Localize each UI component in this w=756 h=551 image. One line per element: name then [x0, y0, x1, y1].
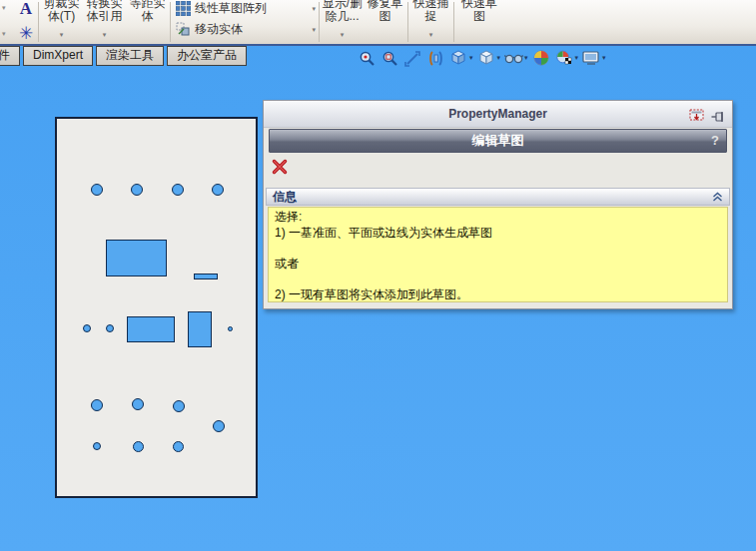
sketch-circle[interactable]: [93, 442, 101, 450]
toolbar-button-trim-entities[interactable]: 剪裁实 体(T) ▾: [40, 0, 83, 44]
sketch-circle[interactable]: [106, 324, 114, 332]
sketch-circle[interactable]: [133, 441, 144, 452]
toolbar-button-rapid-sketch[interactable]: 快速草 图: [455, 0, 503, 44]
dropdown-arrow-icon[interactable]: ▾: [2, 4, 15, 12]
collapse-chevron-icon[interactable]: [712, 191, 723, 207]
flyout-arrow-column: ▾ ▾: [0, 0, 15, 44]
hide-show-items-icon[interactable]: [503, 48, 523, 68]
cancel-button[interactable]: [272, 159, 288, 175]
dropdown-arrow-icon[interactable]: ▾: [469, 54, 473, 62]
dropdown-arrow-icon[interactable]: ▾: [524, 54, 528, 62]
sketch-rect[interactable]: [106, 240, 167, 276]
dropdown-arrow-icon[interactable]: ▾: [312, 5, 318, 13]
sketch-circle[interactable]: [91, 399, 103, 411]
sketch-circle[interactable]: [91, 184, 103, 196]
pane-title: 编辑草图: [472, 133, 524, 148]
message-line: 或者: [275, 257, 721, 273]
move-entities-icon: [175, 22, 191, 38]
toolbar-button-display-delete-relations[interactable]: 显示/删 除几... ▾: [321, 0, 364, 44]
sketch-rect[interactable]: [127, 316, 175, 342]
button-label: 图: [455, 10, 503, 23]
dropdown-arrow-icon[interactable]: ▾: [497, 54, 501, 62]
tab-dimxpert[interactable]: DimXpert: [23, 46, 93, 66]
message-box: 选择:1) 一基准面、平面或边线为实体生成草图 或者 2) 一现有草图将实体添加…: [268, 207, 728, 302]
message-line: 1) 一基准面、平面或边线为实体生成草图: [275, 226, 721, 242]
dropdown-arrow-icon[interactable]: ▾: [341, 28, 345, 41]
dropdown-arrow-icon[interactable]: ▾: [60, 28, 64, 41]
dropdown-arrow-icon[interactable]: ▾: [602, 54, 606, 62]
section-view-icon[interactable]: [425, 48, 445, 68]
zoom-to-fit-icon[interactable]: [357, 48, 377, 68]
button-label: 体: [126, 10, 169, 23]
linear-pattern-icon: [175, 1, 191, 17]
dropdown-arrow-icon[interactable]: ▾: [2, 30, 15, 38]
dropdown-arrow-icon[interactable]: ▾: [429, 28, 433, 41]
toolbar-button-offset-entities[interactable]: 等距实 体: [126, 0, 169, 44]
toolbar-separator: [407, 2, 408, 42]
sketch-circle[interactable]: [173, 400, 185, 412]
apply-scene-icon[interactable]: [531, 48, 551, 68]
pane-title-bar: 编辑草图 ?: [269, 129, 727, 153]
dropdown-arrow-icon[interactable]: ▾: [575, 54, 579, 62]
toolbar-button-repair-sketch[interactable]: 修复草 图: [364, 0, 406, 44]
sketch-circle[interactable]: [172, 184, 184, 196]
message-line: [275, 272, 721, 287]
view-orientation-icon[interactable]: [448, 48, 468, 68]
help-button[interactable]: ?: [711, 130, 719, 151]
property-manager-title: PropertyManager: [448, 107, 547, 121]
message-line: [275, 241, 721, 257]
sketch-circle[interactable]: [212, 184, 224, 196]
sketch-rect[interactable]: [188, 311, 212, 347]
tab-office-products[interactable]: 办公室产品: [167, 46, 247, 66]
button-label: 体(T): [40, 10, 83, 23]
dropdown-arrow-icon[interactable]: ▾: [312, 26, 318, 34]
display-style-icon[interactable]: [476, 48, 496, 68]
sketch-circle[interactable]: [173, 441, 184, 452]
sketch-circle[interactable]: [132, 398, 144, 410]
zoom-in-out-icon[interactable]: [402, 48, 422, 68]
property-manager-header: PropertyManager: [264, 101, 732, 128]
command-manager-toolbar: ▾ ▾ A ✳ 剪裁实 体(T) ▾ 转换实 体引用 ▾ 等距实 体: [0, 0, 756, 46]
toolbar-button-linear-sketch-pattern[interactable]: 线性草图阵列 ▾: [172, 0, 318, 19]
toolbar-separator: [38, 2, 39, 42]
tab-part[interactable]: 件: [0, 46, 20, 66]
view-settings-icon[interactable]: [554, 48, 574, 68]
zoom-to-area-icon[interactable]: [379, 48, 399, 68]
sketch-circle[interactable]: [213, 420, 225, 432]
button-label: 体引用: [83, 10, 126, 23]
message-line: 2) 一现有草图将实体添加到此草图。: [275, 287, 721, 303]
pattern-tool-group: 线性草图阵列 ▾ 移动实体 ▾: [172, 0, 318, 44]
button-label: 图: [364, 10, 406, 23]
heads-up-view-toolbar: ▾ ▾ ▾ ▾ ▾: [357, 48, 606, 68]
sketch-circle[interactable]: [131, 184, 143, 196]
point-tool-icon[interactable]: ✳: [15, 27, 37, 41]
camera-icon[interactable]: [581, 48, 601, 68]
command-manager-tabs: 件 DimXpert 渲染工具 办公室产品: [0, 46, 247, 66]
dropdown-arrow-icon[interactable]: ▾: [103, 28, 107, 41]
button-label: 除几...: [321, 10, 364, 23]
toolbar-button-convert-entities[interactable]: 转换实 体引用 ▾: [83, 0, 126, 44]
text-tool-icon[interactable]: A: [15, 0, 37, 18]
toolbar-separator: [453, 2, 454, 42]
button-label: 线性草图阵列: [195, 0, 308, 17]
button-label: 移动实体: [195, 21, 308, 38]
info-section-title: 信息: [273, 190, 297, 204]
property-manager-panel: PropertyManager 编辑草图 ? 信息 选择:1) 一基准面、平面或…: [263, 100, 733, 309]
sketch-region[interactable]: [55, 117, 258, 498]
tab-render-tools[interactable]: 渲染工具: [96, 46, 164, 66]
message-line: 选择:: [275, 210, 721, 226]
info-section-header[interactable]: 信息: [266, 188, 730, 206]
sketch-circle[interactable]: [228, 326, 233, 331]
button-label: 捉: [409, 10, 452, 23]
toolbar-separator: [170, 2, 171, 42]
small-tool-column: A ✳: [15, 0, 37, 44]
toolbar-button-quick-snaps[interactable]: 快速捕 捉 ▾: [409, 0, 452, 44]
sketch-circle[interactable]: [83, 324, 91, 332]
sketch-rect[interactable]: [194, 274, 218, 279]
toolbar-separator: [319, 2, 320, 42]
toolbar-button-move-entities[interactable]: 移动实体 ▾: [172, 19, 318, 40]
